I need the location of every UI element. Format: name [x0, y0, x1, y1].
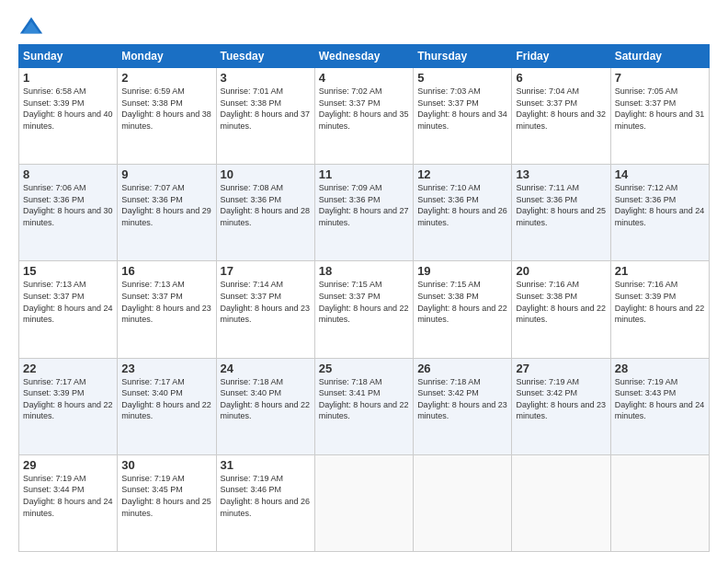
col-header-wednesday: Wednesday: [314, 45, 413, 68]
cell-info: Sunrise: 7:14 AM Sunset: 3:37 PM Dayligh…: [221, 279, 311, 325]
day-number: 4: [319, 71, 409, 85]
day-cell: 7 Sunrise: 7:05 AM Sunset: 3:37 PM Dayli…: [610, 68, 709, 165]
day-number: 15: [23, 264, 113, 278]
day-number: 19: [417, 264, 507, 278]
day-cell: 28 Sunrise: 7:19 AM Sunset: 3:43 PM Dayl…: [610, 358, 709, 454]
week-row-1: 1 Sunrise: 6:58 AM Sunset: 3:39 PM Dayli…: [19, 68, 710, 165]
day-cell: [314, 454, 413, 551]
cell-info: Sunrise: 7:18 AM Sunset: 3:41 PM Dayligh…: [319, 376, 409, 422]
header-row: SundayMondayTuesdayWednesdayThursdayFrid…: [19, 45, 710, 68]
day-number: 28: [615, 362, 705, 375]
day-number: 3: [221, 71, 311, 85]
cell-info: Sunrise: 7:07 AM Sunset: 3:36 PM Dayligh…: [121, 182, 211, 228]
day-cell: 27 Sunrise: 7:19 AM Sunset: 3:42 PM Dayl…: [512, 358, 610, 454]
day-number: 9: [121, 167, 211, 181]
day-cell: 6 Sunrise: 7:04 AM Sunset: 3:37 PM Dayli…: [512, 68, 610, 165]
day-cell: 1 Sunrise: 6:58 AM Sunset: 3:39 PM Dayli…: [19, 68, 118, 165]
day-cell: 12 Sunrise: 7:10 AM Sunset: 3:36 PM Dayl…: [414, 165, 512, 261]
col-header-monday: Monday: [118, 45, 216, 68]
week-row-3: 15 Sunrise: 7:13 AM Sunset: 3:37 PM Dayl…: [19, 261, 710, 358]
day-cell: 8 Sunrise: 7:06 AM Sunset: 3:36 PM Dayli…: [19, 165, 118, 261]
day-number: 31: [221, 458, 311, 472]
day-cell: 30 Sunrise: 7:19 AM Sunset: 3:45 PM Dayl…: [118, 454, 216, 551]
col-header-tuesday: Tuesday: [216, 45, 314, 68]
cell-info: Sunrise: 7:19 AM Sunset: 3:45 PM Dayligh…: [121, 473, 211, 519]
cell-info: Sunrise: 7:06 AM Sunset: 3:36 PM Dayligh…: [23, 182, 113, 228]
day-cell: 21 Sunrise: 7:16 AM Sunset: 3:39 PM Dayl…: [610, 261, 709, 358]
cell-info: Sunrise: 7:18 AM Sunset: 3:42 PM Dayligh…: [417, 376, 507, 422]
day-cell: 3 Sunrise: 7:01 AM Sunset: 3:38 PM Dayli…: [216, 68, 314, 165]
day-number: 27: [516, 362, 606, 375]
cell-info: Sunrise: 7:01 AM Sunset: 3:38 PM Dayligh…: [221, 86, 311, 132]
cell-info: Sunrise: 7:16 AM Sunset: 3:38 PM Dayligh…: [516, 279, 606, 325]
cell-info: Sunrise: 7:17 AM Sunset: 3:40 PM Dayligh…: [121, 376, 211, 422]
week-row-2: 8 Sunrise: 7:06 AM Sunset: 3:36 PM Dayli…: [19, 165, 710, 261]
day-number: 5: [417, 71, 507, 85]
day-number: 26: [417, 362, 507, 375]
day-cell: 11 Sunrise: 7:09 AM Sunset: 3:36 PM Dayl…: [314, 165, 413, 261]
cell-info: Sunrise: 7:19 AM Sunset: 3:43 PM Dayligh…: [615, 376, 705, 422]
header: [18, 15, 710, 40]
cell-info: Sunrise: 7:15 AM Sunset: 3:38 PM Dayligh…: [417, 279, 507, 325]
day-cell: 5 Sunrise: 7:03 AM Sunset: 3:37 PM Dayli…: [414, 68, 512, 165]
day-number: 23: [121, 362, 211, 375]
cell-info: Sunrise: 6:58 AM Sunset: 3:39 PM Dayligh…: [23, 86, 113, 132]
cell-info: Sunrise: 7:10 AM Sunset: 3:36 PM Dayligh…: [417, 182, 507, 228]
day-number: 21: [615, 264, 705, 278]
cell-info: Sunrise: 7:16 AM Sunset: 3:39 PM Dayligh…: [615, 279, 705, 325]
day-cell: 26 Sunrise: 7:18 AM Sunset: 3:42 PM Dayl…: [414, 358, 512, 454]
cell-info: Sunrise: 7:03 AM Sunset: 3:37 PM Dayligh…: [417, 86, 507, 132]
day-number: 22: [23, 362, 113, 375]
day-number: 7: [615, 71, 705, 85]
cell-info: Sunrise: 7:02 AM Sunset: 3:37 PM Dayligh…: [319, 86, 409, 132]
day-cell: 13 Sunrise: 7:11 AM Sunset: 3:36 PM Dayl…: [512, 165, 610, 261]
day-number: 6: [516, 71, 606, 85]
cell-info: Sunrise: 7:04 AM Sunset: 3:37 PM Dayligh…: [516, 86, 606, 132]
day-number: 11: [319, 167, 409, 181]
day-cell: 17 Sunrise: 7:14 AM Sunset: 3:37 PM Dayl…: [216, 261, 314, 358]
day-number: 16: [121, 264, 211, 278]
day-number: 8: [23, 167, 113, 181]
col-header-sunday: Sunday: [19, 45, 118, 68]
cell-info: Sunrise: 7:05 AM Sunset: 3:37 PM Dayligh…: [615, 86, 705, 132]
day-cell: 9 Sunrise: 7:07 AM Sunset: 3:36 PM Dayli…: [118, 165, 216, 261]
day-number: 30: [121, 458, 211, 472]
cell-info: Sunrise: 7:13 AM Sunset: 3:37 PM Dayligh…: [121, 279, 211, 325]
day-cell: 29 Sunrise: 7:19 AM Sunset: 3:44 PM Dayl…: [19, 454, 118, 551]
day-number: 24: [221, 362, 311, 375]
col-header-saturday: Saturday: [610, 45, 709, 68]
calendar-table: SundayMondayTuesdayWednesdayThursdayFrid…: [18, 44, 710, 552]
day-cell: 19 Sunrise: 7:15 AM Sunset: 3:38 PM Dayl…: [414, 261, 512, 358]
day-cell: 16 Sunrise: 7:13 AM Sunset: 3:37 PM Dayl…: [118, 261, 216, 358]
day-number: 20: [516, 264, 606, 278]
day-cell: 2 Sunrise: 6:59 AM Sunset: 3:38 PM Dayli…: [118, 68, 216, 165]
day-cell: 25 Sunrise: 7:18 AM Sunset: 3:41 PM Dayl…: [314, 358, 413, 454]
day-cell: 4 Sunrise: 7:02 AM Sunset: 3:37 PM Dayli…: [314, 68, 413, 165]
cell-info: Sunrise: 7:11 AM Sunset: 3:36 PM Dayligh…: [516, 182, 606, 228]
day-cell: [512, 454, 610, 551]
col-header-friday: Friday: [512, 45, 610, 68]
cell-info: Sunrise: 7:18 AM Sunset: 3:40 PM Dayligh…: [221, 376, 311, 422]
day-number: 10: [221, 167, 311, 181]
cell-info: Sunrise: 7:08 AM Sunset: 3:36 PM Dayligh…: [221, 182, 311, 228]
cell-info: Sunrise: 7:17 AM Sunset: 3:39 PM Dayligh…: [23, 376, 113, 422]
day-number: 18: [319, 264, 409, 278]
logo-icon: [18, 15, 44, 40]
cell-info: Sunrise: 7:12 AM Sunset: 3:36 PM Dayligh…: [615, 182, 705, 228]
day-cell: 24 Sunrise: 7:18 AM Sunset: 3:40 PM Dayl…: [216, 358, 314, 454]
day-cell: 31 Sunrise: 7:19 AM Sunset: 3:46 PM Dayl…: [216, 454, 314, 551]
day-number: 12: [417, 167, 507, 181]
cell-info: Sunrise: 7:19 AM Sunset: 3:42 PM Dayligh…: [516, 376, 606, 422]
cell-info: Sunrise: 7:09 AM Sunset: 3:36 PM Dayligh…: [319, 182, 409, 228]
page: SundayMondayTuesdayWednesdayThursdayFrid…: [0, 0, 728, 563]
week-row-5: 29 Sunrise: 7:19 AM Sunset: 3:44 PM Dayl…: [19, 454, 710, 551]
cell-info: Sunrise: 6:59 AM Sunset: 3:38 PM Dayligh…: [121, 86, 211, 132]
cell-info: Sunrise: 7:19 AM Sunset: 3:46 PM Dayligh…: [221, 473, 311, 519]
day-cell: 23 Sunrise: 7:17 AM Sunset: 3:40 PM Dayl…: [118, 358, 216, 454]
day-number: 13: [516, 167, 606, 181]
cell-info: Sunrise: 7:19 AM Sunset: 3:44 PM Dayligh…: [23, 473, 113, 519]
col-header-thursday: Thursday: [414, 45, 512, 68]
day-number: 25: [319, 362, 409, 375]
day-number: 29: [23, 458, 113, 472]
week-row-4: 22 Sunrise: 7:17 AM Sunset: 3:39 PM Dayl…: [19, 358, 710, 454]
